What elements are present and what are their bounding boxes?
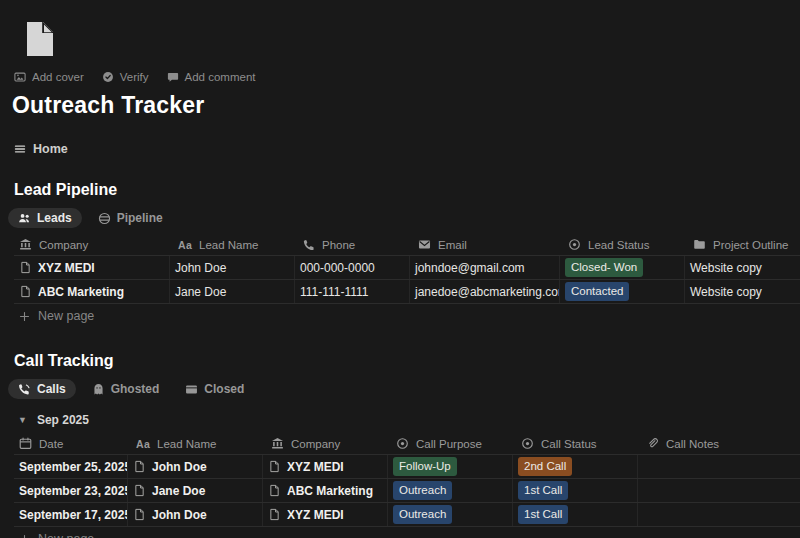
folder-icon (693, 238, 706, 251)
ghost-icon (92, 383, 105, 396)
cell-lead-name[interactable]: Jane Doe (128, 479, 263, 502)
comment-icon (167, 71, 179, 83)
page-actions: Add cover Verify Add comment (14, 71, 800, 83)
table-row[interactable]: September 25, 2025 John Doe XYZ MEDI Fol… (14, 454, 800, 478)
cell-text: XYZ MEDI (38, 261, 95, 275)
people-icon (18, 212, 31, 225)
column-label: Lead Name (199, 239, 258, 251)
cell-project-outline[interactable]: Website copy (685, 256, 800, 279)
cell-call-notes[interactable] (638, 455, 800, 478)
cell-email[interactable]: johndoe@gmail.com (410, 256, 560, 279)
cell-email[interactable]: janedoe@abcmarketing.com (410, 280, 560, 303)
column-header-lead-name[interactable]: Aa Lead Name (170, 239, 295, 251)
cell-text: John Doe (152, 508, 207, 522)
cell-company[interactable]: XYZ MEDI (263, 503, 388, 526)
status-badge: 1st Call (518, 505, 568, 523)
cell-call-purpose[interactable]: Follow-Up (388, 455, 513, 478)
verify-label: Verify (120, 71, 149, 83)
cell-company[interactable]: ABC Marketing (263, 479, 388, 502)
column-header-email[interactable]: Email (410, 238, 560, 251)
column-label: Phone (322, 239, 355, 251)
cell-company[interactable]: ABC Marketing (14, 280, 170, 303)
cell-call-notes[interactable] (638, 503, 800, 526)
new-page-button[interactable]: New page (14, 304, 99, 328)
cell-lead-name[interactable]: John Doe (128, 455, 263, 478)
table-row[interactable]: ABC Marketing Jane Doe 111-111-1111 jane… (14, 279, 800, 304)
column-label: Date (39, 438, 63, 450)
column-label: Project Outline (713, 239, 788, 251)
cell-text: janedoe@abcmarketing.com (415, 285, 560, 299)
status-badge: Closed- Won (565, 258, 643, 276)
status-badge: Outreach (393, 505, 452, 523)
cell-lead-name[interactable]: John Doe (170, 256, 295, 279)
column-header-call-notes[interactable]: Call Notes (638, 437, 800, 450)
cell-lead-status[interactable]: Contacted (560, 280, 685, 303)
cell-date[interactable]: September 17, 2025 (14, 503, 128, 526)
verify-button[interactable]: Verify (102, 71, 149, 83)
column-label: Call Notes (666, 438, 719, 450)
column-header-date[interactable]: Date (14, 437, 128, 450)
column-label: Lead Name (157, 438, 216, 450)
verify-badge-icon (102, 71, 114, 83)
column-header-company[interactable]: Company (14, 238, 170, 251)
add-cover-button[interactable]: Add cover (14, 71, 84, 83)
cell-text: XYZ MEDI (287, 508, 344, 522)
cell-phone[interactable]: 111-111-1111 (295, 280, 410, 303)
cell-lead-name[interactable]: John Doe (128, 503, 263, 526)
column-label: Company (291, 438, 340, 450)
lead-pipeline-heading[interactable]: Lead Pipeline (14, 181, 800, 199)
cell-company[interactable]: XYZ MEDI (263, 455, 388, 478)
column-header-project-outline[interactable]: Project Outline (685, 238, 800, 251)
menu-icon (14, 143, 26, 155)
calendar-icon (19, 437, 32, 450)
cell-call-status[interactable]: 1st Call (513, 479, 638, 502)
cell-phone[interactable]: 000-000-0000 (295, 256, 410, 279)
cell-project-outline[interactable]: Website copy (685, 280, 800, 303)
cell-lead-status[interactable]: Closed- Won (560, 256, 685, 279)
group-toggle-sep-2025[interactable]: ▼ Sep 2025 (18, 413, 800, 427)
cell-call-status[interactable]: 1st Call (513, 503, 638, 526)
cell-text: ABC Marketing (287, 484, 373, 498)
home-link[interactable]: Home (14, 142, 800, 156)
status-badge: 2nd Call (518, 457, 572, 475)
tab-pipeline[interactable]: Pipeline (88, 208, 173, 228)
cell-call-status[interactable]: 2nd Call (513, 455, 638, 478)
call-tracking-heading[interactable]: Call Tracking (14, 352, 800, 370)
column-header-call-purpose[interactable]: Call Purpose (388, 437, 513, 450)
cell-call-notes[interactable] (638, 479, 800, 502)
group-label: Sep 2025 (37, 413, 89, 427)
cell-date[interactable]: September 25, 2025 (14, 455, 128, 478)
tab-calls[interactable]: Calls (8, 379, 76, 399)
table-row[interactable]: XYZ MEDI John Doe 000-000-0000 johndoe@g… (14, 255, 800, 279)
lead-pipeline-tabs: Leads Pipeline (8, 208, 800, 228)
cell-date[interactable]: September 23, 2025 (14, 479, 128, 502)
table-row[interactable]: September 23, 2025 Jane Doe ABC Marketin… (14, 478, 800, 502)
column-header-company[interactable]: Company (263, 437, 388, 450)
new-page-label: New page (38, 532, 94, 538)
tab-closed[interactable]: Closed (175, 379, 254, 399)
caret-down-icon: ▼ (18, 416, 27, 425)
column-header-call-status[interactable]: Call Status (513, 437, 638, 450)
table-row[interactable]: September 17, 2025 John Doe XYZ MEDI Out… (14, 502, 800, 527)
tab-ghosted[interactable]: Ghosted (82, 379, 170, 399)
cell-lead-name[interactable]: Jane Doe (170, 280, 295, 303)
page-title[interactable]: Outreach Tracker (12, 92, 800, 119)
cell-call-purpose[interactable]: Outreach (388, 479, 513, 502)
cell-call-purpose[interactable]: Outreach (388, 503, 513, 526)
column-header-lead-status[interactable]: Lead Status (560, 238, 685, 251)
home-label: Home (33, 142, 68, 156)
new-page-button[interactable]: New page (14, 527, 99, 538)
cell-text: ABC Marketing (38, 285, 124, 299)
email-icon (418, 238, 431, 251)
add-comment-button[interactable]: Add comment (167, 71, 256, 83)
column-header-lead-name[interactable]: Aa Lead Name (128, 438, 263, 450)
page-document-icon[interactable] (22, 20, 58, 58)
page-icon (133, 460, 146, 473)
calls-table-header: Date Aa Lead Name Company Call Purpose (14, 433, 800, 454)
cell-company[interactable]: XYZ MEDI (14, 256, 170, 279)
tab-leads[interactable]: Leads (8, 208, 82, 228)
column-label: Company (39, 239, 88, 251)
page-icon (268, 460, 281, 473)
plus-icon (19, 311, 30, 322)
column-header-phone[interactable]: Phone (295, 239, 410, 251)
